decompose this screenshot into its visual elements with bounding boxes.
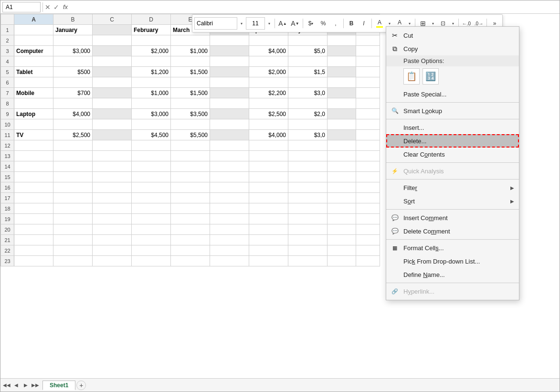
cell-D11[interactable]: $4,500 [132, 130, 171, 140]
cell-A14[interactable] [14, 161, 53, 172]
cell-A11[interactable]: TV [14, 130, 53, 140]
cell-E3[interactable]: $1,000 [171, 46, 210, 56]
cell-G5[interactable]: $2,000 [249, 67, 288, 77]
cell-E14[interactable] [171, 161, 210, 172]
cell-G9[interactable]: $2,500 [249, 109, 288, 119]
cell-H2[interactable] [288, 35, 328, 46]
cell-E10[interactable] [171, 119, 210, 130]
cell-I12[interactable] [328, 140, 356, 151]
cell-C2[interactable] [93, 35, 132, 46]
cell-B19[interactable] [53, 214, 93, 224]
cell-E9[interactable]: $3,500 [171, 109, 210, 119]
cell-J5[interactable] [356, 67, 380, 77]
cell-H8[interactable] [288, 98, 328, 109]
cell-C14[interactable] [93, 161, 132, 172]
cell-D21[interactable] [132, 235, 171, 245]
font-name-display[interactable]: Calibri [194, 17, 237, 30]
cell-C12[interactable] [93, 140, 132, 151]
cell-C18[interactable] [93, 203, 132, 214]
comma-btn[interactable]: , [330, 17, 341, 30]
cell-J21[interactable] [356, 235, 380, 245]
cell-E22[interactable] [171, 245, 210, 256]
cell-H10[interactable] [288, 119, 328, 130]
cell-D10[interactable] [132, 119, 171, 130]
cell-F20[interactable] [210, 224, 249, 235]
cell-J17[interactable] [356, 193, 380, 203]
cell-J9[interactable] [356, 109, 380, 119]
paste-icon-btn-2[interactable]: 🔢 [423, 68, 439, 85]
context-menu-insert[interactable]: Insert... [386, 121, 519, 134]
context-menu-hyperlink[interactable]: 🔗 Hyperlink... [386, 285, 519, 298]
cell-I7[interactable] [328, 88, 356, 98]
cell-A23[interactable] [14, 256, 53, 266]
cell-J19[interactable] [356, 214, 380, 224]
cell-I23[interactable] [328, 256, 356, 266]
cell-E2[interactable] [171, 35, 210, 46]
cell-F21[interactable] [210, 235, 249, 245]
paste-icon-btn-1[interactable]: 📋 [403, 68, 420, 85]
cell-C21[interactable] [93, 235, 132, 245]
cell-H18[interactable] [288, 203, 328, 214]
cell-C4[interactable] [93, 56, 132, 67]
cell-H16[interactable] [288, 182, 328, 193]
italic-btn[interactable]: I [358, 17, 370, 30]
cell-H3[interactable]: $5,0 [288, 46, 328, 56]
cell-B15[interactable] [53, 172, 93, 182]
cell-J6[interactable] [356, 77, 380, 88]
cell-A17[interactable] [14, 193, 53, 203]
cell-E6[interactable] [171, 77, 210, 88]
cell-G12[interactable] [249, 140, 288, 151]
cell-G11[interactable]: $4,000 [249, 130, 288, 140]
cell-I19[interactable] [328, 214, 356, 224]
cell-I18[interactable] [328, 203, 356, 214]
cell-B10[interactable] [53, 119, 93, 130]
cell-F7[interactable] [210, 88, 249, 98]
font-size-display[interactable]: 11 [246, 17, 265, 30]
cell-C7[interactable] [93, 88, 132, 98]
cell-B21[interactable] [53, 235, 93, 245]
cell-D5[interactable]: $1,200 [132, 67, 171, 77]
formula-input[interactable] [72, 2, 558, 12]
cell-B14[interactable] [53, 161, 93, 172]
cell-I8[interactable] [328, 98, 356, 109]
cell-A7[interactable]: Mobile [14, 88, 53, 98]
cell-D22[interactable] [132, 245, 171, 256]
cell-F19[interactable] [210, 214, 249, 224]
cell-F13[interactable] [210, 151, 249, 161]
cell-H14[interactable] [288, 161, 328, 172]
cell-G22[interactable] [249, 245, 288, 256]
cell-C23[interactable] [93, 256, 132, 266]
cell-H17[interactable] [288, 193, 328, 203]
cell-C8[interactable] [93, 98, 132, 109]
cell-G3[interactable]: $4,000 [249, 46, 288, 56]
font-size-dropdown[interactable]: ▾ [266, 17, 273, 30]
cell-B11[interactable]: $2,500 [53, 130, 93, 140]
percent-btn[interactable]: % [317, 17, 329, 30]
cell-D2[interactable] [132, 35, 171, 46]
cell-F3[interactable] [210, 46, 249, 56]
cell-B17[interactable] [53, 193, 93, 203]
cell-A20[interactable] [14, 224, 53, 235]
cell-F10[interactable] [210, 119, 249, 130]
context-menu-cut[interactable]: ✂ Cut [386, 29, 519, 42]
formula-confirm-icon[interactable]: ✓ [53, 3, 59, 11]
font-shrink-btn[interactable]: A▼ [289, 17, 301, 30]
cell-F12[interactable] [210, 140, 249, 151]
cell-I14[interactable] [328, 161, 356, 172]
cell-J7[interactable] [356, 88, 380, 98]
cell-F18[interactable] [210, 203, 249, 214]
cell-C13[interactable] [93, 151, 132, 161]
cell-D17[interactable] [132, 193, 171, 203]
cell-F4[interactable] [210, 56, 249, 67]
cell-I11[interactable] [328, 130, 356, 140]
col-header-B[interactable]: B [53, 14, 93, 25]
cell-B22[interactable] [53, 245, 93, 256]
cell-B23[interactable] [53, 256, 93, 266]
cell-B9[interactable]: $4,000 [53, 109, 93, 119]
cell-A16[interactable] [14, 182, 53, 193]
cell-B12[interactable] [53, 140, 93, 151]
cell-D9[interactable]: $3,000 [132, 109, 171, 119]
cell-A2[interactable] [14, 35, 53, 46]
sheet-nav-last[interactable]: ▶▶ [31, 381, 40, 390]
cell-B5[interactable]: $500 [53, 67, 93, 77]
